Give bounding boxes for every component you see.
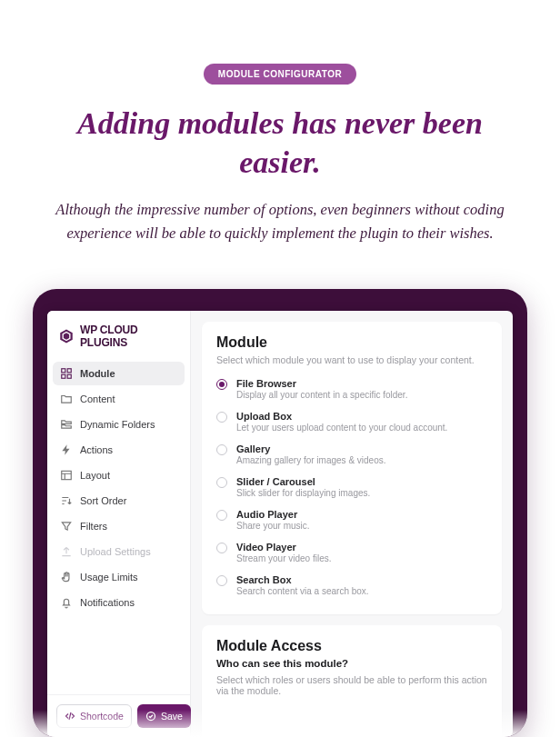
option-sub: Search content via a search box. xyxy=(236,586,369,596)
bell-icon xyxy=(60,596,73,609)
module-panel: Module Select which module you want to u… xyxy=(202,322,502,614)
nav: ModuleContentDynamic FoldersActionsLayou… xyxy=(47,360,190,618)
module-option-file-browser[interactable]: File BrowserDisplay all your content in … xyxy=(216,374,487,407)
svg-rect-3 xyxy=(62,369,65,373)
sidebar-item-actions[interactable]: Actions xyxy=(53,438,185,462)
hand-icon xyxy=(60,571,73,583)
sidebar: WP CLOUD PLUGINS ModuleContentDynamic Fo… xyxy=(47,311,191,737)
svg-rect-6 xyxy=(67,374,71,378)
sidebar-item-label: Content xyxy=(80,393,115,404)
mock-frame: WP CLOUD PLUGINS ModuleContentDynamic Fo… xyxy=(33,289,527,737)
sort-icon xyxy=(60,494,73,507)
svg-rect-5 xyxy=(62,374,65,378)
access-panel-desc: Select which roles or users should be ab… xyxy=(216,674,487,696)
access-panel-title: Module Access xyxy=(216,638,487,654)
option-sub: Let your users upload content to your cl… xyxy=(236,423,447,433)
sidebar-item-label: Sort Order xyxy=(80,495,126,506)
sidebar-item-label: Actions xyxy=(80,444,113,455)
module-option-search-box[interactable]: Search BoxSearch content via a search bo… xyxy=(216,571,487,603)
radio-icon xyxy=(216,444,227,455)
option-title: Search Box xyxy=(236,574,369,585)
sidebar-footer: Shortcode Save xyxy=(47,694,190,737)
sidebar-item-label: Layout xyxy=(80,470,110,481)
module-option-upload-box[interactable]: Upload BoxLet your users upload content … xyxy=(216,407,487,440)
sidebar-item-label: Module xyxy=(80,368,115,379)
svg-rect-4 xyxy=(67,369,71,373)
code-icon xyxy=(65,711,75,722)
access-panel: Module Access Who can see this module? S… xyxy=(202,625,502,737)
sidebar-item-upload-settings: Upload Settings xyxy=(53,540,185,563)
brand-text: WP CLOUD PLUGINS xyxy=(80,324,179,349)
module-panel-title: Module xyxy=(216,334,487,351)
hero-headline: Adding modules has never been easier. xyxy=(44,105,516,182)
svg-rect-7 xyxy=(62,471,72,479)
option-title: Upload Box xyxy=(236,411,447,422)
option-title: Audio Player xyxy=(236,509,310,520)
radio-icon xyxy=(216,575,227,586)
radio-icon xyxy=(216,543,227,553)
sidebar-item-filters[interactable]: Filters xyxy=(53,514,185,538)
module-option-gallery[interactable]: GalleryAmazing gallery for images & vide… xyxy=(216,440,487,473)
sidebar-item-label: Filters xyxy=(80,521,107,532)
module-icon xyxy=(60,367,73,380)
sidebar-item-label: Upload Settings xyxy=(80,546,151,557)
upload-icon xyxy=(60,545,73,558)
filter-icon xyxy=(60,520,73,533)
sidebar-item-notifications[interactable]: Notifications xyxy=(53,591,185,614)
sidebar-item-usage-limits[interactable]: Usage Limits xyxy=(53,565,185,589)
sidebar-item-dynamic-folders[interactable]: Dynamic Folders xyxy=(53,413,185,436)
option-sub: Display all your content in a specific f… xyxy=(236,390,407,400)
radio-icon xyxy=(216,379,227,390)
radio-icon xyxy=(216,510,227,521)
module-panel-desc: Select which module you want to use to d… xyxy=(216,354,487,365)
sidebar-item-sort-order[interactable]: Sort Order xyxy=(53,489,185,513)
layout-icon xyxy=(60,469,73,482)
app-window: WP CLOUD PLUGINS ModuleContentDynamic Fo… xyxy=(47,311,513,737)
module-option-audio-player[interactable]: Audio PlayerShare your music. xyxy=(216,505,487,538)
option-title: Gallery xyxy=(236,443,386,454)
option-title: File Browser xyxy=(236,378,407,389)
option-sub: Slick slider for displaying images. xyxy=(236,488,370,498)
option-sub: Stream your video files. xyxy=(236,553,332,563)
shortcode-button[interactable]: Shortcode xyxy=(56,704,132,728)
sidebar-item-label: Usage Limits xyxy=(80,572,138,583)
hero-pill: MODULE CONFIGURATOR xyxy=(204,64,356,85)
access-panel-question: Who can see this module? xyxy=(216,658,487,669)
check-circle-icon xyxy=(145,711,156,722)
save-button[interactable]: Save xyxy=(137,704,191,728)
module-options: File BrowserDisplay all your content in … xyxy=(216,374,487,603)
sidebar-item-module[interactable]: Module xyxy=(53,362,185,385)
sidebar-item-layout[interactable]: Layout xyxy=(53,463,185,487)
bolt-icon xyxy=(60,443,73,456)
dyn-icon xyxy=(60,418,73,431)
radio-icon xyxy=(216,412,227,423)
shortcode-label: Shortcode xyxy=(80,711,124,722)
sidebar-item-content[interactable]: Content xyxy=(53,387,185,411)
option-title: Video Player xyxy=(236,542,332,553)
sidebar-item-label: Notifications xyxy=(80,597,135,608)
save-label: Save xyxy=(161,711,183,722)
brand-hex-icon xyxy=(58,328,75,344)
sidebar-item-label: Dynamic Folders xyxy=(80,419,155,430)
option-sub: Share your music. xyxy=(236,521,310,531)
brand: WP CLOUD PLUGINS xyxy=(47,311,190,360)
content: Module Select which module you want to u… xyxy=(191,311,513,737)
option-sub: Amazing gallery for images & videos. xyxy=(236,455,386,465)
module-option-video-player[interactable]: Video PlayerStream your video files. xyxy=(216,538,487,571)
option-title: Slider / Carousel xyxy=(236,476,370,487)
folder-icon xyxy=(60,393,73,405)
module-option-slider-carousel[interactable]: Slider / CarouselSlick slider for displa… xyxy=(216,473,487,505)
hero-subhead: Although the impressive number of option… xyxy=(36,198,524,244)
radio-icon xyxy=(216,477,227,488)
